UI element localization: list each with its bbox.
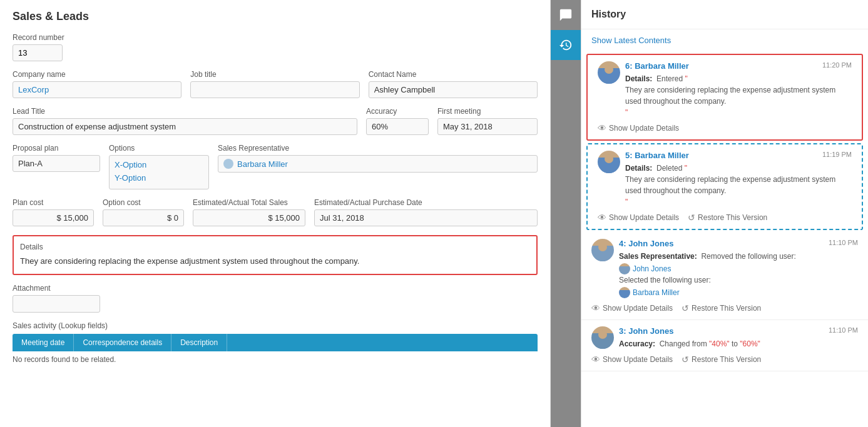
tab-description[interactable]: Description [171, 334, 227, 351]
contact-name-group: Contact Name [369, 70, 538, 98]
history-entry-3-meta: 11:10 PM 3: John Jones Accuracy: Changed… [619, 326, 858, 349]
tab-meeting-date[interactable]: Meeting date [13, 334, 74, 351]
job-title-input[interactable] [190, 81, 359, 98]
history-entry-4-avatar [591, 239, 614, 261]
details-box: Details They are considering replacing t… [13, 235, 538, 275]
sales-activity-section: Sales activity (Lookup fields) Meeting d… [13, 321, 538, 364]
details-text: They are considering replacing the expen… [20, 255, 530, 268]
estimated-total-input[interactable] [193, 209, 305, 226]
restore-version-5[interactable]: ↺ Restore This Version [688, 213, 767, 223]
removed-user-name: John Jones [633, 263, 671, 274]
history-entry-5-time: 11:19 PM [822, 151, 852, 158]
lead-title-input[interactable] [13, 118, 357, 135]
selected-user-row: Barbara Miller [619, 287, 858, 298]
show-update-details-4[interactable]: 👁 Show Update Details [591, 303, 673, 313]
proposal-plan-input[interactable] [13, 155, 100, 172]
accuracy-input[interactable] [366, 118, 429, 135]
accuracy-group: Accuracy [366, 107, 429, 135]
option-2: Y-Option [115, 172, 203, 185]
accuracy-label: Accuracy [366, 107, 429, 116]
history-entry-6-meta: 11:20 PM 6: Barbara Miller Details: Ente… [625, 61, 852, 118]
proposal-row: Proposal plan Options X-Option Y-Option … [13, 144, 538, 189]
show-update-label-5: Show Update Details [609, 213, 679, 222]
company-input[interactable] [13, 81, 181, 98]
eye-icon-4: 👁 [591, 303, 600, 313]
no-records-text: No records found to be related. [13, 355, 538, 364]
company-label: Company name [13, 70, 181, 79]
history-entry-4-header: 11:10 PM 4: John Jones Sales Representat… [591, 239, 858, 298]
restore-label-4: Restore This Version [692, 304, 761, 313]
option-cost-input[interactable] [103, 209, 184, 226]
estimated-purchase-input[interactable] [314, 209, 538, 226]
history-entry-6-actions: 👁 Show Update Details [598, 123, 852, 133]
plan-cost-input[interactable] [13, 209, 94, 226]
restore-label-3: Restore This Version [692, 355, 761, 364]
record-number-label: Record number [13, 33, 538, 42]
restore-version-3[interactable]: ↺ Restore This Version [682, 354, 761, 364]
tab-bar: Meeting date Correspondence details Desc… [13, 334, 538, 351]
history-entry-3-detail: Accuracy: Changed from "40%" to "60%" [619, 338, 858, 349]
tab-correspondence[interactable]: Correspondence details [74, 334, 171, 351]
history-entry-6-time: 11:20 PM [822, 61, 852, 69]
chat-icon-btn[interactable] [551, 0, 581, 30]
page-title: Sales & Leads [13, 10, 538, 23]
first-meeting-group: First meeting [437, 107, 538, 135]
restore-icon-5: ↺ [688, 213, 695, 223]
history-entry-6-name: 6: Barbara Miller [625, 61, 852, 71]
plan-cost-group: Plan cost [13, 198, 94, 226]
selected-user-avatar [619, 287, 630, 298]
contact-name-input[interactable] [369, 81, 538, 98]
estimated-purchase-group: Estimated/Actual Purchase Date [314, 198, 538, 226]
history-entry-3-avatar [591, 326, 614, 349]
attachment-box [13, 295, 100, 313]
history-entry-3-header: 11:10 PM 3: John Jones Accuracy: Changed… [591, 326, 858, 349]
attachment-group: Attachment [13, 284, 538, 313]
options-label: Options [109, 144, 209, 153]
sales-activity-label: Sales activity (Lookup fields) [13, 321, 538, 330]
company-row: Company name document.querySelector('[da… [13, 70, 538, 98]
lead-title-group: Lead Title [13, 107, 357, 135]
details-label: Details [20, 243, 530, 251]
history-entry-6-avatar [598, 61, 620, 84]
sales-rep-name: Barbara Miller [237, 159, 288, 169]
show-update-details-6[interactable]: 👁 Show Update Details [598, 123, 679, 133]
history-entry-4-name: 4: John Jones [619, 239, 858, 248]
estimated-purchase-label: Estimated/Actual Purchase Date [314, 198, 538, 207]
history-entry-6: 11:20 PM 6: Barbara Miller Details: Ente… [586, 54, 863, 141]
show-update-label-4: Show Update Details [603, 304, 673, 313]
show-update-label-6: Show Update Details [609, 124, 679, 133]
plan-cost-label: Plan cost [13, 198, 94, 207]
option-cost-group: Option cost [103, 198, 184, 226]
contact-name-label: Contact Name [369, 70, 538, 79]
restore-label-5: Restore This Version [698, 213, 767, 222]
restore-icon-3: ↺ [682, 354, 689, 364]
attachment-label: Attachment [13, 284, 538, 293]
history-entry-5-name: 5: Barbara Miller [625, 151, 852, 160]
proposal-plan-label: Proposal plan [13, 144, 100, 153]
history-entry-5: 11:19 PM 5: Barbara Miller Details: Dele… [586, 143, 863, 230]
first-meeting-input[interactable] [437, 118, 538, 135]
option-cost-label: Option cost [103, 198, 184, 207]
svg-rect-5 [595, 253, 610, 261]
show-update-details-5[interactable]: 👁 Show Update Details [598, 213, 679, 223]
estimated-total-label: Estimated/Actual Total Sales [193, 198, 305, 207]
restore-version-4[interactable]: ↺ Restore This Version [682, 303, 761, 313]
history-entry-5-avatar [598, 151, 620, 173]
right-panel: History Show Latest Contents 11:20 PM 6:… [581, 0, 868, 427]
history-title: History [581, 0, 868, 29]
history-entry-5-meta: 11:19 PM 5: Barbara Miller Details: Dele… [625, 151, 852, 208]
show-latest-btn[interactable]: Show Latest Contents [581, 29, 868, 51]
history-entry-3-time: 11:10 PM [829, 326, 858, 334]
svg-point-2 [605, 154, 613, 163]
options-box: X-Option Y-Option [109, 155, 209, 189]
record-number-group: Record number [13, 33, 538, 61]
cost-row: Plan cost Option cost Estimated/Actual T… [13, 198, 538, 226]
history-icon-btn[interactable] [551, 30, 581, 60]
company-group: Company name document.querySelector('[da… [13, 70, 181, 98]
show-update-label-3: Show Update Details [603, 355, 673, 364]
eye-icon-5: 👁 [598, 213, 606, 223]
record-number-input[interactable] [13, 44, 63, 61]
history-entry-4-detail: Sales Representative: Removed the follow… [619, 251, 858, 298]
show-update-details-3[interactable]: 👁 Show Update Details [591, 354, 673, 364]
history-entry-5-actions: 👁 Show Update Details ↺ Restore This Ver… [598, 213, 852, 223]
